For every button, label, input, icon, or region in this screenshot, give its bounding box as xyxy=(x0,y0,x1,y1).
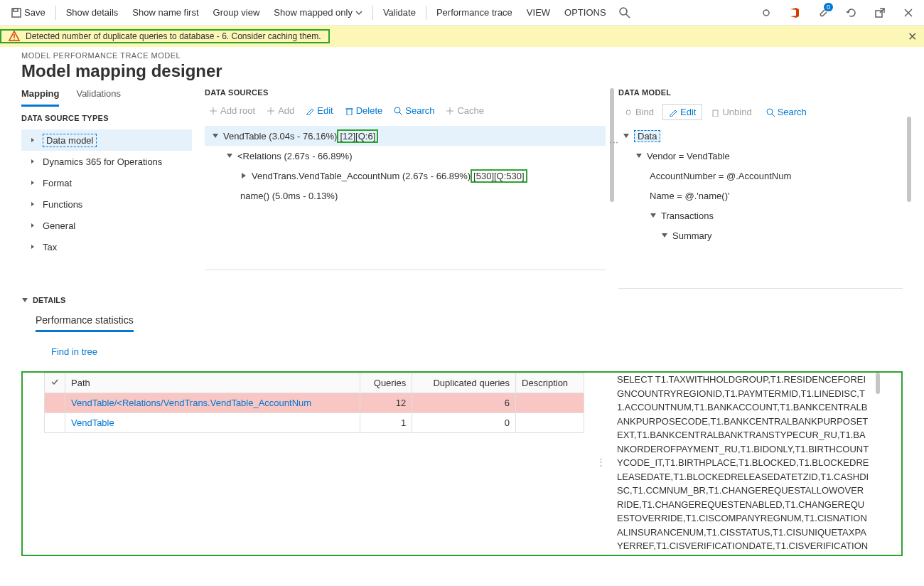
table-row[interactable]: VendTable/<Relations/VendTrans.VendTable… xyxy=(45,393,584,413)
show-mapped-only-button[interactable]: Show mapped only xyxy=(267,0,370,25)
svg-marker-15 xyxy=(31,223,34,228)
svg-line-3 xyxy=(626,14,630,18)
tab-mapping[interactable]: Mapping xyxy=(21,88,59,107)
dm-node-data[interactable]: Data xyxy=(618,126,903,146)
tree-node-vendtable[interactable]: VendTable (3.04s - 76.16%)[12][Q:6] xyxy=(205,126,606,146)
dm-node-vendor[interactable]: Vendor = VendTable xyxy=(618,146,903,166)
save-icon xyxy=(11,8,21,18)
search-icon xyxy=(394,107,402,115)
table-row[interactable]: VendTable 1 0 xyxy=(45,413,584,433)
edit-icon xyxy=(306,107,314,115)
svg-marker-27 xyxy=(213,134,218,138)
unbind-button[interactable]: Unbind xyxy=(705,105,757,119)
dstype-functions[interactable]: Functions xyxy=(21,193,192,215)
caret-down-icon xyxy=(212,132,219,139)
caret-down-icon xyxy=(661,232,668,239)
bind-button[interactable]: Bind xyxy=(618,105,660,119)
expand-icon xyxy=(30,159,36,164)
office-icon xyxy=(789,7,800,18)
col-queries[interactable]: Queries xyxy=(360,373,412,393)
dm-node-name[interactable]: Name = @.'name()' xyxy=(618,186,903,206)
data-source-types-list: Data model Dynamics 365 for Operations F… xyxy=(21,129,192,257)
show-details-button[interactable]: Show details xyxy=(59,0,126,25)
dm-search-button[interactable]: Search xyxy=(761,105,812,119)
link-icon xyxy=(761,7,772,18)
svg-marker-35 xyxy=(650,213,656,218)
view-button[interactable]: VIEW xyxy=(520,0,557,25)
tree-node-relations[interactable]: <Relations (2.67s - 66.89%) xyxy=(205,146,606,166)
validate-button[interactable]: Validate xyxy=(376,0,423,25)
svg-marker-11 xyxy=(31,138,34,142)
svg-point-10 xyxy=(14,38,15,40)
performance-table-wrap: Path Queries Duplicated queries Descript… xyxy=(44,373,584,550)
warning-text: Detected number of duplicate queries to … xyxy=(26,31,321,41)
dm-node-transactions[interactable]: Transactions xyxy=(618,206,903,225)
plus-icon xyxy=(209,107,217,115)
col-check[interactable] xyxy=(45,373,65,393)
svg-marker-13 xyxy=(31,181,34,185)
group-view-button[interactable]: Group view xyxy=(206,0,267,25)
svg-marker-12 xyxy=(31,159,34,164)
caret-down-icon xyxy=(21,297,28,304)
tab-performance-statistics[interactable]: Performance statistics xyxy=(36,314,134,332)
col-dup-queries[interactable]: Duplicated queries xyxy=(412,373,516,393)
attachment-badge: 0 xyxy=(824,3,833,11)
performance-trace-button[interactable]: Performance trace xyxy=(429,0,520,25)
highlight-q6: [12][Q:6] xyxy=(337,129,378,143)
attachments-button[interactable]: 0 xyxy=(812,0,834,25)
find-in-tree-link[interactable]: Find in tree xyxy=(51,346,97,357)
link-button[interactable] xyxy=(755,0,778,25)
warning-banner: Detected number of duplicate queries to … xyxy=(0,26,924,47)
dstype-general[interactable]: General xyxy=(21,215,192,236)
scrollbar[interactable] xyxy=(907,117,911,202)
refresh-icon xyxy=(846,7,857,18)
refresh-button[interactable] xyxy=(840,0,863,25)
add-button[interactable]: Add xyxy=(262,104,299,117)
chevron-down-icon xyxy=(355,9,362,16)
svg-marker-34 xyxy=(636,154,642,158)
caret-down-icon xyxy=(635,152,643,159)
tree-node-name[interactable]: name() (5.0ms - 0.13%) xyxy=(205,186,606,206)
dm-node-accountnumber[interactable]: AccountNumber = @.AccountNum xyxy=(618,166,903,186)
dm-edit-button[interactable]: Edit xyxy=(662,104,702,120)
page-title: Model mapping designer xyxy=(21,61,903,81)
scrollbar[interactable] xyxy=(876,373,880,394)
highlight-q530: [530][Q:530] xyxy=(471,169,527,183)
unbind-icon xyxy=(711,108,719,117)
dstype-data-model[interactable]: Data model xyxy=(21,129,192,151)
popout-button[interactable] xyxy=(869,0,891,25)
dstype-format[interactable]: Format xyxy=(21,172,192,193)
edit-button[interactable]: Edit xyxy=(301,104,337,117)
close-button[interactable] xyxy=(897,0,920,25)
data-model-toolbar: Bind Edit Unbind Search xyxy=(618,104,903,120)
main-tabs: Mapping Validations xyxy=(21,88,192,107)
cache-button[interactable]: Cache xyxy=(441,104,488,117)
dm-node-summary[interactable]: Summary xyxy=(618,225,903,245)
expand-icon xyxy=(30,180,36,186)
dstype-tax[interactable]: Tax xyxy=(21,236,192,257)
col-path[interactable]: Path xyxy=(65,373,360,393)
search-button[interactable]: Search xyxy=(390,104,439,117)
office-button[interactable] xyxy=(783,0,806,25)
svg-rect-21 xyxy=(347,109,352,115)
plus-icon xyxy=(446,107,454,115)
tree-node-vendtrans[interactable]: VendTrans.VendTable_AccountNum (2.67s - … xyxy=(205,166,606,186)
svg-marker-16 xyxy=(31,245,34,249)
col-description[interactable]: Description xyxy=(516,373,584,393)
delete-button[interactable]: Delete xyxy=(340,104,387,117)
show-name-first-button[interactable]: Show name first xyxy=(125,0,205,25)
tab-validations[interactable]: Validations xyxy=(76,88,121,107)
warning-close-button[interactable]: ✕ xyxy=(908,30,917,43)
resize-handle[interactable]: ⋮ xyxy=(594,373,607,550)
dstype-d365[interactable]: Dynamics 365 for Operations xyxy=(21,151,192,172)
edit-icon xyxy=(669,108,677,117)
details-toggle[interactable]: DETAILS xyxy=(21,296,903,304)
save-button[interactable]: Save xyxy=(4,0,53,25)
options-button[interactable]: OPTIONS xyxy=(557,0,613,25)
toolbar-search-button[interactable] xyxy=(613,0,636,25)
caret-right-icon xyxy=(240,172,247,179)
bind-icon xyxy=(624,108,633,117)
data-sources-tree: VendTable (3.04s - 76.16%)[12][Q:6] <Rel… xyxy=(205,126,606,206)
add-root-button[interactable]: Add root xyxy=(205,104,259,117)
svg-point-2 xyxy=(620,8,627,15)
